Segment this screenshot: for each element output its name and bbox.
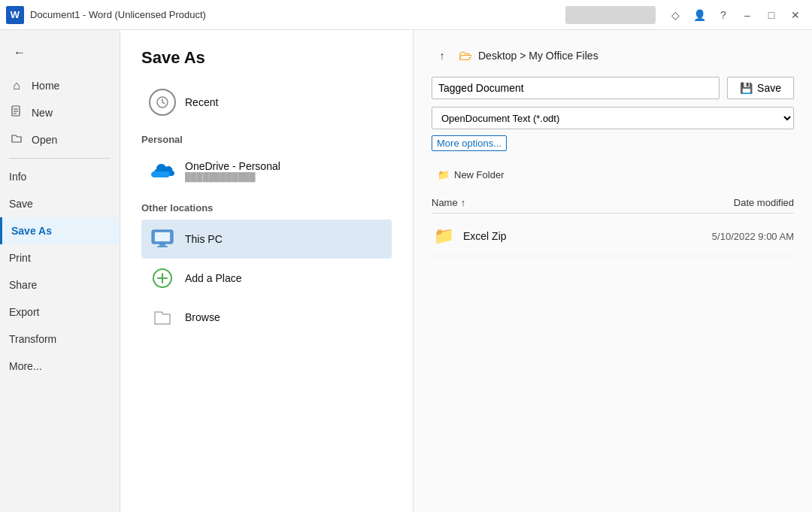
column-name[interactable]: Name ↑ (432, 197, 674, 208)
sidebar-label-share: Share (9, 279, 37, 291)
file-date: 5/10/2022 9:00 AM (674, 231, 794, 242)
file-row[interactable]: 📁 Excel Zip 5/10/2022 9:00 AM (432, 217, 794, 256)
addplace-location-info: Add a Place (185, 272, 242, 284)
path-text: Desktop > My Office Files (478, 50, 598, 62)
svg-point-9 (162, 241, 163, 243)
other-locations-label: Other locations (141, 202, 392, 214)
path-up-button[interactable]: ↑ (432, 45, 453, 66)
filetype-row: Word Document (*.docx) Word 97-2003 Docu… (432, 107, 794, 129)
file-list-header: Name ↑ Date modified (432, 192, 794, 214)
sidebar-label-info: Info (9, 171, 26, 183)
file-path-bar: ↑ 🗁 Desktop > My Office Files (432, 45, 794, 66)
sidebar-item-open[interactable]: Open (0, 126, 120, 153)
sidebar-item-print[interactable]: Print (0, 244, 120, 271)
addplace-icon (149, 265, 176, 292)
onedrive-location-info: OneDrive - Personal ████████████ (185, 160, 280, 181)
save-button[interactable]: 💾 Save (727, 77, 794, 99)
sidebar-item-export[interactable]: Export (0, 298, 120, 326)
sidebar-item-info[interactable]: Info (0, 163, 120, 190)
app-body: ← ⌂ Home New Open Info (0, 30, 812, 512)
browse-icon (149, 304, 176, 331)
filename-row: 💾 Save (432, 77, 794, 99)
minimize-button[interactable]: – (737, 5, 758, 26)
sidebar-divider-1 (9, 158, 111, 159)
location-item-onedrive[interactable]: OneDrive - Personal ████████████ (141, 151, 392, 190)
save-disk-icon: 💾 (740, 82, 753, 94)
more-options-link[interactable]: More options... (432, 135, 507, 151)
svg-rect-6 (155, 232, 170, 241)
recent-location-info: Recent (185, 96, 218, 108)
sidebar-item-home[interactable]: ⌂ Home (0, 72, 120, 99)
save-button-label: Save (757, 82, 781, 94)
sidebar-label-save: Save (9, 198, 33, 210)
thispc-location-info: This PC (185, 233, 223, 245)
new-icon (9, 105, 24, 120)
onedrive-name: OneDrive - Personal (185, 160, 280, 172)
sidebar-label-more: More... (9, 360, 42, 372)
title-bar-controls: ◇ 👤 ? – □ ✕ (665, 5, 806, 26)
thispc-icon (149, 226, 176, 253)
browse-name: Browse (185, 311, 220, 323)
column-date[interactable]: Date modified (674, 197, 794, 208)
new-folder-icon: 📁 (438, 169, 450, 180)
sidebar-item-transform[interactable]: Transform (0, 326, 120, 353)
sidebar-label-home: Home (32, 80, 59, 92)
sidebar-label-export: Export (9, 306, 39, 318)
sort-asc-icon: ↑ (461, 197, 466, 208)
sidebar-item-save[interactable]: Save (0, 190, 120, 217)
svg-rect-7 (159, 244, 165, 246)
save-as-panel: Save As Recent Personal (120, 30, 414, 512)
sidebar-item-more[interactable]: More... (0, 353, 120, 380)
sidebar-item-save-as[interactable]: Save As (0, 217, 120, 244)
personal-section-label: Personal (141, 134, 392, 145)
home-icon: ⌂ (9, 79, 24, 92)
sidebar-label-save-as: Save As (11, 225, 52, 237)
title-bar-text: Document1 - Word (Unlicensed Product) (30, 9, 565, 20)
open-icon (9, 132, 24, 147)
svg-rect-8 (157, 246, 168, 247)
path-folder-icon: 🗁 (459, 48, 472, 64)
location-item-recent[interactable]: Recent (141, 83, 392, 122)
diamond-icon-button[interactable]: ◇ (665, 5, 686, 26)
title-bar: W Document1 - Word (Unlicensed Product) … (0, 0, 812, 30)
maximize-button[interactable]: □ (761, 5, 782, 26)
sidebar-label-open: Open (32, 134, 57, 146)
account-icon-button[interactable]: 👤 (689, 5, 710, 26)
location-item-addplace[interactable]: Add a Place (141, 259, 392, 298)
sidebar-label-transform: Transform (9, 333, 56, 345)
save-as-title: Save As (141, 48, 392, 68)
filename-input[interactable] (432, 77, 720, 99)
filetype-select[interactable]: Word Document (*.docx) Word 97-2003 Docu… (432, 107, 794, 129)
new-folder-button[interactable]: 📁 New Folder (432, 166, 794, 183)
back-button[interactable]: ← (6, 39, 33, 66)
app-icon: W (6, 6, 24, 24)
sidebar-label-new: New (32, 107, 53, 119)
thispc-name: This PC (185, 233, 223, 245)
sidebar-item-new[interactable]: New (0, 99, 120, 126)
title-bar-search-placeholder (565, 6, 656, 24)
help-icon-button[interactable]: ? (713, 5, 734, 26)
content-panel: Save As Recent Personal (120, 30, 812, 512)
sidebar-item-share[interactable]: Share (0, 271, 120, 298)
new-folder-label: New Folder (454, 169, 504, 180)
file-name: Excel Zip (463, 230, 674, 242)
location-item-thispc[interactable]: This PC (141, 220, 392, 259)
file-panel: ↑ 🗁 Desktop > My Office Files 💾 Save Wor… (414, 30, 812, 512)
location-item-browse[interactable]: Browse (141, 298, 392, 337)
recent-location-name: Recent (185, 96, 218, 108)
recent-icon (149, 89, 176, 116)
onedrive-sub: ████████████ (185, 172, 280, 181)
onedrive-icon (149, 157, 176, 184)
browse-location-info: Browse (185, 311, 220, 323)
file-folder-icon: 📁 (432, 224, 456, 248)
addplace-name: Add a Place (185, 272, 242, 284)
sidebar-label-print: Print (9, 252, 31, 264)
sidebar: ← ⌂ Home New Open Info (0, 30, 120, 512)
close-button[interactable]: ✕ (785, 5, 806, 26)
